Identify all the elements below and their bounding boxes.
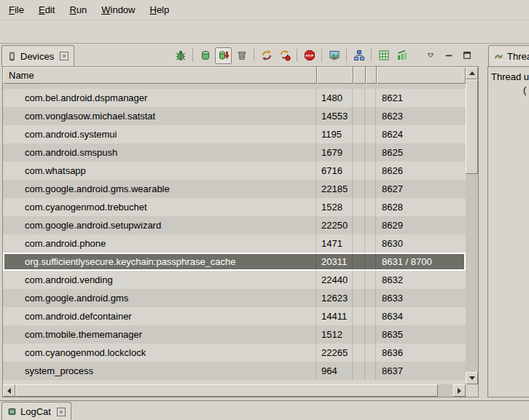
minimize-button[interactable]	[440, 47, 457, 64]
process-name: com.bel.android.dspmanager	[3, 89, 316, 107]
device-row[interactable]: com.android.phone14718630	[3, 234, 466, 253]
device-row[interactable]: com.google.android.gms126238633	[3, 289, 466, 307]
toolbar-separator	[321, 49, 322, 62]
menu-item-help[interactable]: Help	[142, 1, 176, 18]
menu-item-edit[interactable]: Edit	[31, 1, 62, 18]
horizontal-scrollbar[interactable]	[3, 384, 466, 397]
view-menu-button[interactable]	[422, 47, 439, 64]
process-port: 8626	[376, 162, 466, 180]
cause-gc-button[interactable]	[233, 47, 250, 64]
device-row[interactable]: com.android.defcontainer144118634	[3, 307, 466, 325]
arrow-up-icon	[469, 71, 475, 75]
device-row[interactable]: com.android.smspush16798625	[3, 143, 466, 162]
column-header-name[interactable]: Name	[3, 67, 316, 84]
process-pid: 22265	[316, 344, 353, 362]
tab-logcat[interactable]: LogCat ×	[1, 402, 71, 420]
column-header-port[interactable]	[376, 67, 466, 84]
device-row[interactable]: com.android.vending224408632	[3, 271, 466, 289]
process-name: com.google.android.setupwizard	[3, 216, 316, 234]
tab-threads[interactable]: Threa	[488, 45, 529, 66]
column-header-pid[interactable]	[316, 67, 353, 84]
update-heap-button[interactable]	[197, 47, 213, 64]
device-row[interactable]: com.whatsapp67168626	[3, 162, 466, 180]
scrollbar-corner	[466, 384, 478, 397]
device-row[interactable]: com.google.android.gms.wearable221858627	[3, 180, 466, 198]
vertical-scrollbar[interactable]	[466, 67, 478, 384]
dump-view-hierarchy-button[interactable]	[350, 47, 367, 64]
process-port: 8623	[376, 107, 466, 125]
view-menu-icon	[426, 50, 436, 60]
device-row[interactable]: com.google.android.setupwizard222508629	[3, 216, 466, 234]
dump-hprof-button[interactable]	[215, 47, 232, 64]
device-row[interactable]: com.bel.android.dspmanager14808621	[3, 89, 466, 107]
device-row[interactable]: com.cyanogenmod.lockclock222658636	[3, 344, 466, 362]
process-port: 8637	[376, 362, 466, 380]
close-icon[interactable]: ×	[60, 52, 68, 60]
device-row[interactable]: com.tmobile.thememanager15128635	[3, 325, 466, 344]
threads-message-line1: Thread up	[491, 71, 529, 82]
debug-button[interactable]	[172, 47, 189, 64]
scroll-right-button[interactable]	[453, 384, 466, 397]
process-port: 8624	[376, 125, 466, 143]
start-method-profiling-icon	[279, 49, 291, 61]
device-row[interactable]: system_process9648637	[3, 362, 466, 380]
stop-process-button[interactable]: STOP	[301, 47, 318, 64]
cell-empty	[365, 198, 376, 216]
process-pid: 1195	[316, 125, 353, 143]
process-name: system_process	[3, 362, 316, 380]
update-heap-icon	[200, 49, 211, 61]
screen-capture-button[interactable]	[326, 47, 342, 64]
process-port: 8628	[376, 198, 466, 216]
update-threads-button[interactable]	[258, 47, 275, 64]
start-method-profiling-button[interactable]	[276, 47, 293, 64]
process-pid: 6716	[316, 162, 353, 180]
horizontal-scroll-thumb[interactable]	[15, 384, 438, 397]
column-header-empty-2[interactable]	[365, 67, 376, 84]
column-header-empty-1[interactable]	[353, 67, 365, 84]
devices-table: Name com.bel.android.dspmanager14808621c…	[2, 66, 479, 397]
svg-text:STOP: STOP	[305, 54, 314, 58]
menu-item-file[interactable]: File	[1, 1, 31, 18]
process-pid: 12623	[316, 289, 353, 307]
cell-empty	[365, 307, 376, 325]
scroll-up-button[interactable]	[466, 67, 478, 79]
vertical-scroll-thumb[interactable]	[466, 79, 478, 174]
menu-item-window[interactable]: Window	[94, 1, 142, 18]
update-threads-icon	[261, 49, 273, 61]
device-row[interactable]: com.android.systemui11958624	[3, 125, 466, 143]
process-port: 8632	[376, 271, 466, 289]
logcat-icon	[7, 407, 17, 416]
device-row-selected[interactable]: org.sufficientlysecure.keychain:passphra…	[3, 253, 466, 271]
scroll-down-button[interactable]	[466, 372, 478, 384]
process-name: com.cyanogenmod.trebuchet	[3, 198, 316, 216]
toolbar-separator	[346, 49, 347, 62]
process-name: com.google.android.gms.wearable	[3, 180, 316, 198]
process-pid: 22185	[316, 180, 353, 198]
device-icon	[7, 52, 17, 61]
capture-system-trace-icon	[396, 49, 408, 61]
process-name: org.sufficientlysecure.keychain:passphra…	[3, 253, 316, 271]
device-row[interactable]: com.cyanogenmod.trebuchet15288628	[3, 198, 466, 216]
process-name: com.whatsapp	[3, 162, 316, 180]
cell-empty	[365, 362, 376, 380]
cell-empty	[365, 253, 376, 271]
device-row[interactable]: com.vonglasow.michael.satstat145538623	[3, 107, 466, 125]
maximize-button[interactable]	[458, 47, 475, 64]
close-icon[interactable]: ×	[57, 408, 66, 416]
column-header-name-label: Name	[9, 70, 34, 81]
scroll-left-button[interactable]	[3, 384, 15, 397]
process-port: 8635	[376, 325, 466, 344]
minimize-icon	[444, 50, 454, 60]
process-pid: 22440	[316, 271, 353, 289]
cell-empty	[353, 307, 365, 325]
capture-system-trace-button[interactable]	[393, 47, 410, 64]
tab-threads-label: Threa	[507, 51, 529, 62]
process-pid: 1679	[316, 143, 353, 162]
start-opengl-trace-button[interactable]	[375, 47, 392, 64]
cell-empty	[365, 344, 376, 362]
tab-devices[interactable]: Devices ×	[1, 45, 74, 66]
threads-panel: Threa Thread up (	[487, 44, 529, 400]
menu-item-run[interactable]: Run	[62, 1, 94, 18]
process-port: 8636	[376, 344, 466, 362]
cell-empty	[353, 143, 365, 162]
